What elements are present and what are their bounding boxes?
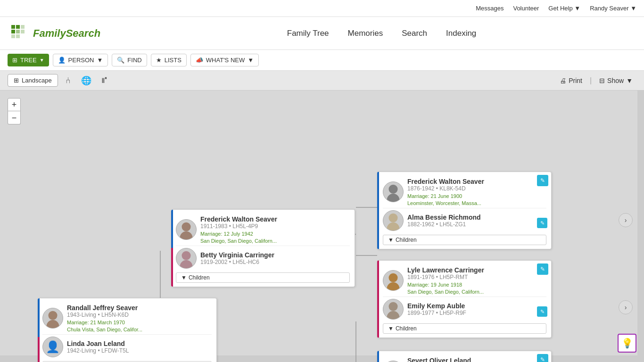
landscape-label: Landscape [22,77,52,84]
lyle-couple: Lyle Lawrence Carringer 1891-1976 • LH5P… [383,264,546,321]
show-button[interactable]: ⊟ Show ▼ [595,74,636,87]
get-help-link[interactable]: Get Help ▼ [548,5,580,12]
tree-button[interactable]: ⊞ TREE ▼ [8,54,49,66]
alma-avatar [383,210,404,231]
severt-card: ✎ 👤 Severt Oliver Leland 1878-1940 • KCR… [377,351,552,362]
frederick-son-children-actions: ▼ Children [176,272,350,283]
frederick-father-children-actions: ▼ Children [383,235,546,245]
randall-marriage2: Chula Vista, San Diego, Califor... [67,327,212,332]
betty-row: Betty Virginia Carringer 1919-2002 • LH5… [176,246,350,271]
emily-name: Emily Kemp Auble [407,302,546,310]
svg-rect-7 [16,34,20,38]
frederick-father-edit-icon[interactable]: ✎ [537,175,548,186]
linda-info: Linda Joan Leland 1942-Living • LFDW-T5L [67,340,212,354]
alma-info: Alma Bessie Richmond 1882-1962 • LH5L-ZG… [407,214,546,228]
emily-row: Emily Kemp Auble 1899-1977 • LH5P-R9F ✎ [383,296,546,321]
randall-name: Randall Jeffrey Seaver [67,304,212,312]
landscape-button[interactable]: ⊞ Landscape [8,74,58,87]
randall-card-wrapper: Randall Jeffrey Seaver 1943-Living • LH5… [38,298,217,362]
lists-label: LISTS [165,57,182,64]
frederick-father-card: ✎ Frederick Walton Seaver 1876-1942 • KL… [377,172,552,249]
frederick-father-info: Frederick Walton Seaver 1876-1942 • KL8K… [407,178,546,206]
print-icon: 🖨 [560,77,566,84]
zoom-in-button[interactable]: + [8,98,21,111]
svg-point-24 [388,185,397,194]
messages-link[interactable]: Messages [476,5,504,12]
tree-dropdown-arrow: ▼ [40,58,44,63]
frederick-son-marriage: Marriage: 12 July 1942 [200,231,350,237]
randall-couple: Randall Jeffrey Seaver 1943-Living • LH5… [42,302,212,359]
linda-dates: 1942-Living • LFDW-T5L [67,347,212,354]
logo[interactable]: FamilySearch [9,23,100,44]
nav-indexing[interactable]: Indexing [446,29,476,38]
volunteer-link[interactable]: Volunteer [513,5,539,12]
nav-search[interactable]: Search [402,29,427,38]
show-arrow: ▼ [626,77,633,84]
print-label: Print [569,77,582,84]
severt-edit-icon[interactable]: ✎ [537,354,548,362]
betty-avatar [176,248,197,269]
severt-couple: 👤 Severt Oliver Leland 1878-1940 • KCRW-… [383,355,546,362]
children-label4: Children [396,325,417,332]
nav-arrow-right-top[interactable]: › [619,213,633,227]
children-chevron4: ▼ [388,325,394,332]
frederick-son-children-button[interactable]: ▼ Children [176,272,350,283]
emily-edit-icon[interactable]: ✎ [537,306,547,317]
whats-new-label: WHAT'S NEW [206,57,245,64]
zoom-out-button[interactable]: − [8,111,21,124]
randall-info: Randall Jeffrey Seaver 1943-Living • LH5… [67,304,212,332]
svg-point-21 [180,231,193,240]
betty-name: Betty Virginia Carringer [200,251,350,259]
frederick-son-dates: 1911-1983 • LH5L-4P9 [200,223,350,230]
frederick-father-children-button[interactable]: ▼ Children [383,235,546,245]
nav-arrow-right-middle[interactable]: › [619,300,633,314]
tree-icon: ⊞ [12,57,17,64]
alma-edit-icon[interactable]: ✎ [537,218,547,228]
lists-button[interactable]: ★ LISTS [151,54,187,66]
severt-name: Severt Oliver Leland [407,357,546,362]
whats-new-button[interactable]: 📣 WHAT'S NEW ▼ [190,54,259,66]
lyle-dates: 1891-1976 • LH5P-RMT [407,274,546,280]
alma-name: Alma Bessie Richmond [407,214,546,221]
svg-point-30 [388,302,397,311]
share-button[interactable]: ⑈ [99,73,110,88]
print-button[interactable]: 🖨 Print [556,74,586,87]
svg-point-27 [387,222,400,231]
children-label3: Children [396,237,417,243]
nav-memories[interactable]: Memories [348,29,383,38]
top-utility-bar: Messages Volunteer Get Help ▼ Randy Seav… [0,0,644,17]
right-scrollbar[interactable] [637,90,644,355]
svg-point-28 [388,273,397,282]
lightbulb-button[interactable]: 💡 [618,334,636,353]
children-chevron2: ▼ [181,274,187,281]
alma-edit-icon-wrapper: ✎ [537,218,547,228]
svg-rect-3 [16,30,20,33]
svg-rect-1 [16,25,20,29]
lyle-children-actions: ▼ Children [383,323,546,334]
whats-new-arrow: ▼ [248,57,254,64]
svg-point-18 [48,311,57,320]
person-button[interactable]: 👤 PERSON ▼ [53,54,108,66]
family-tree-view-button[interactable]: ⑃ [63,73,74,88]
tree-canvas: + − Randall Jeffr [0,90,644,362]
find-icon: 🔍 [117,57,124,64]
user-menu[interactable]: Randy Seaver ▼ [590,5,636,12]
svg-rect-4 [21,25,25,29]
emily-avatar [383,299,404,320]
find-button[interactable]: 🔍 FIND [112,54,147,66]
frederick-son-couple: Frederick Walton Seaver 1911-1983 • LH5L… [176,214,350,271]
frederick-son-info: Frederick Walton Seaver 1911-1983 • LH5L… [200,215,350,244]
lyle-children-button[interactable]: ▼ Children [383,323,546,334]
whats-new-icon: 📣 [196,57,203,64]
lyle-info: Lyle Lawrence Carringer 1891-1976 • LH5P… [407,266,546,295]
world-view-button[interactable]: 🌐 [78,73,94,89]
find-label: FIND [127,57,141,64]
logo-icon [9,23,30,44]
lyle-edit-icon[interactable]: ✎ [537,263,548,275]
svg-rect-0 [11,25,15,29]
severt-row: 👤 Severt Oliver Leland 1878-1940 • KCRW-… [383,355,546,362]
nav-family-tree[interactable]: Family Tree [287,29,329,38]
svg-rect-6 [11,34,15,38]
nav-links: Family Tree Memories Search Indexing [129,29,635,38]
svg-point-29 [387,282,400,291]
